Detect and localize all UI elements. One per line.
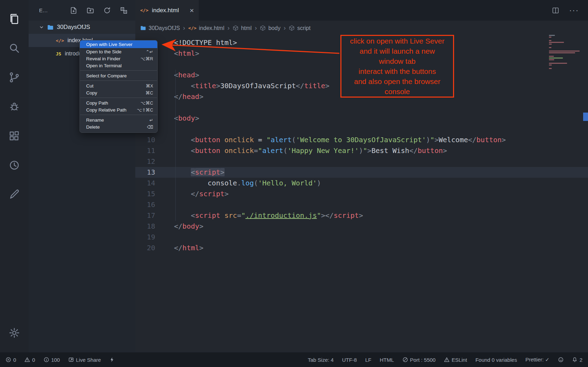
code-text[interactable]: console.log('Hello, World') (159, 178, 321, 189)
code-text[interactable]: <script> (159, 167, 225, 178)
code-line[interactable]: 19 (135, 232, 588, 243)
status-prettier[interactable]: Prettier: ✓ (525, 357, 549, 363)
code-line[interactable]: 12 (135, 156, 588, 167)
new-file-icon[interactable] (70, 7, 77, 14)
settings-gear-icon[interactable] (0, 318, 29, 347)
code-text[interactable]: <head> (159, 70, 199, 81)
line-number[interactable]: 17 (135, 210, 159, 221)
code-text[interactable]: <button onclick = "alert('Welcome to 30D… (159, 135, 506, 145)
code-text[interactable]: </script> (159, 189, 229, 199)
pen-icon[interactable] (0, 180, 29, 209)
menu-item-select-for-compare[interactable]: Select for Compare (80, 72, 157, 79)
status-0-label: 0 (13, 357, 16, 363)
minimap[interactable] (549, 35, 581, 70)
code-text[interactable]: </html> (159, 243, 203, 253)
status-100[interactable]: 100 (44, 357, 60, 363)
status-zap[interactable] (109, 357, 115, 362)
close-tab-icon[interactable]: × (190, 7, 194, 14)
status-live-share[interactable]: Live Share (68, 357, 101, 363)
extensions-icon[interactable] (0, 121, 29, 151)
line-number[interactable]: 16 (135, 199, 159, 210)
menu-item-open-with-live-server[interactable]: Open with Live Server (80, 40, 157, 48)
html-file-icon: </> (188, 25, 196, 31)
menu-item-delete[interactable]: Delete⌫ (80, 123, 157, 130)
status-html[interactable]: HTML (380, 357, 394, 363)
code-line[interactable]: 16 (135, 199, 588, 210)
minimap-line (549, 56, 554, 57)
menu-item-open-to-the-side[interactable]: Open to the Side⌃↵ (80, 48, 157, 55)
tab-index-html[interactable]: </> index.html × (135, 0, 199, 21)
collapse-folders-icon[interactable] (120, 7, 128, 14)
status-port-5500[interactable]: Port : 5500 (402, 357, 436, 363)
menu-item-label: Copy Relative Path (86, 107, 127, 113)
code-line[interactable]: 20</html> (135, 243, 588, 253)
status-lf[interactable]: LF (365, 357, 371, 363)
split-editor-icon[interactable] (552, 7, 559, 14)
line-number[interactable]: 18 (135, 221, 159, 232)
line-number[interactable]: 15 (135, 189, 159, 199)
status-utf-8[interactable]: UTF-8 (342, 357, 357, 363)
menu-item-copy-path[interactable]: Copy Path⌥⌘C (80, 99, 157, 106)
code-text[interactable]: <title>30DaysOfJavaScript</title> (159, 81, 330, 91)
code-text[interactable] (159, 59, 174, 70)
code-text[interactable] (159, 156, 174, 167)
new-folder-icon[interactable] (86, 7, 94, 14)
search-icon[interactable] (0, 33, 29, 63)
menu-item-reveal-in-finder[interactable]: Reveal in Finder⌥⌘R (80, 55, 157, 62)
status-0[interactable]: 0 (24, 357, 35, 363)
line-number[interactable]: 19 (135, 232, 159, 243)
menu-item-copy[interactable]: Copy⌘C (80, 89, 157, 96)
code-text[interactable] (159, 102, 174, 113)
breadcrumb-item-body[interactable]: body (260, 25, 280, 31)
status-0[interactable]: 0 (6, 357, 16, 363)
code-line[interactable]: 11 <button onclick="alert('Happy New Yea… (135, 145, 588, 156)
code-line[interactable]: 10 <button onclick = "alert('Welcome to … (135, 135, 588, 145)
line-number[interactable]: 20 (135, 243, 159, 253)
code-text[interactable]: </body> (159, 221, 203, 232)
files-icon[interactable] (0, 4, 29, 33)
debug-icon[interactable] (0, 92, 29, 121)
menu-item-cut[interactable]: Cut⌘X (80, 82, 157, 89)
breadcrumb-item-folder[interactable]: 30DaysOfJS (140, 25, 180, 31)
code-line[interactable]: 14 console.log('Hello, World') (135, 178, 588, 189)
code-line[interactable]: 17 <script src="./introduction.js"></scr… (135, 210, 588, 221)
menu-item-open-in-terminal[interactable]: Open in Terminal (80, 62, 157, 69)
code-line[interactable]: 8<body> (135, 113, 588, 124)
status-tab-size-4[interactable]: Tab Size: 4 (308, 357, 333, 363)
line-number[interactable]: 12 (135, 156, 159, 167)
code-text[interactable]: <html> (159, 48, 199, 59)
line-number[interactable]: 13 (135, 167, 159, 178)
breadcrumb-item-html[interactable]: html (233, 25, 251, 31)
status-found-0-variables[interactable]: Found 0 variables (475, 357, 517, 363)
clock-icon[interactable] (0, 151, 29, 180)
code-line[interactable]: 7 (135, 102, 588, 113)
annotation-line: and it will launch a new (341, 46, 453, 56)
code-text[interactable] (159, 124, 174, 135)
line-number[interactable]: 14 (135, 178, 159, 189)
tree-root-folder[interactable]: 30DaysOfJS (29, 21, 135, 34)
breadcrumb-item-file[interactable]: </> index.html (188, 25, 224, 31)
menu-item-copy-relative-path[interactable]: Copy Relative Path⌥⇧⌘C (80, 106, 157, 113)
code-text[interactable]: <body> (159, 113, 199, 124)
more-actions-icon[interactable]: ··· (569, 6, 579, 15)
code-line[interactable]: 13 <script> (135, 167, 588, 178)
status-smiley[interactable] (558, 357, 564, 362)
code-text[interactable]: </head> (159, 91, 203, 102)
source-control-icon[interactable] (0, 63, 29, 92)
code-text[interactable] (159, 199, 174, 210)
breadcrumb-item-script[interactable]: script (289, 25, 310, 31)
code-text[interactable]: <button onclick="alert('Happy New Year!'… (159, 145, 447, 156)
code-line[interactable]: 15 </script> (135, 189, 588, 199)
menu-item-rename[interactable]: Rename↵ (80, 116, 157, 123)
line-number[interactable]: 10 (135, 135, 159, 145)
code-text[interactable]: <!DOCTYPE html> (159, 37, 237, 48)
menu-item-shortcut: ⌥⇧⌘C (137, 107, 153, 113)
code-text[interactable] (159, 232, 174, 243)
code-line[interactable]: 9 (135, 124, 588, 135)
status-eslint[interactable]: ESLint (444, 357, 467, 363)
code-text[interactable]: <script src="./introduction.js"></script… (159, 210, 363, 221)
line-number[interactable]: 11 (135, 145, 159, 156)
status-2[interactable]: 2 (572, 357, 582, 363)
refresh-explorer-icon[interactable] (103, 7, 111, 14)
code-line[interactable]: 18</body> (135, 221, 588, 232)
